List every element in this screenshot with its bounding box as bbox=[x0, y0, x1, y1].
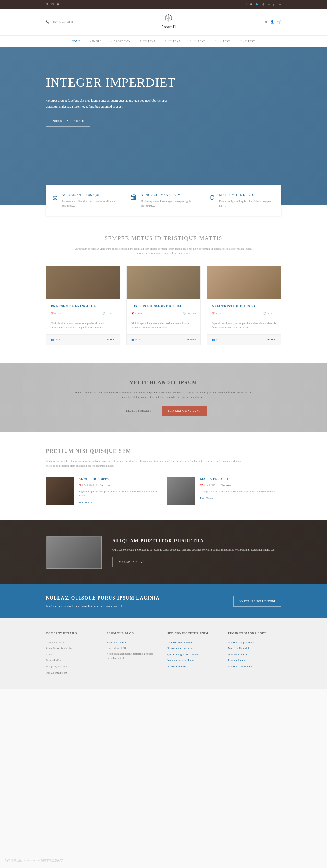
footer-blog-post-title[interactable]: Maecenas pretium bbox=[107, 640, 160, 645]
intro-text: Praesent non bibendum dui vitae lacus el… bbox=[62, 199, 118, 208]
user-icon[interactable]: 👤 bbox=[270, 20, 274, 25]
logo-icon bbox=[165, 14, 173, 22]
footer-link[interactable]: Praesent iaculis bbox=[228, 658, 281, 663]
dribbble-icon[interactable]: ◍ bbox=[262, 2, 265, 7]
card: NAM TRISTIQUE JUSTO📅 10/05/45🕐 13 - 15:0… bbox=[207, 266, 281, 345]
read-more-link[interactable]: Read More » bbox=[200, 497, 213, 500]
footer-address-line: Town bbox=[46, 652, 99, 657]
card-time: 🕐 08 - 10:00 bbox=[102, 312, 115, 315]
blog-comments-link[interactable]: 💬 Comments bbox=[218, 484, 231, 487]
linkedin-icon[interactable]: in bbox=[268, 2, 270, 7]
dark-cta-image bbox=[46, 536, 102, 569]
blog-section: PRETIUM NISI QUISQUE SEM Luctus aliquam … bbox=[0, 432, 327, 520]
footer-link[interactable]: Vivamus condimentum bbox=[228, 664, 281, 669]
card-date: 📅 08/05/45 bbox=[131, 312, 143, 315]
logo-text: DreamIT bbox=[160, 23, 177, 31]
cta-title: VELIT BLANDIT IPSUM bbox=[46, 378, 281, 386]
nav-item[interactable]: LINK TEXT bbox=[185, 36, 210, 47]
header: 📞 +00 (123) 456 7890 DreamIT ➲ 👤 🛒 bbox=[0, 9, 327, 36]
card-title[interactable]: PRAESENT A FRINGILLA bbox=[51, 304, 115, 309]
card-text: Morbi faucibus metus maecenas imperdiet … bbox=[51, 321, 115, 330]
card-more-link[interactable]: 👁 More bbox=[107, 338, 115, 342]
footer-col-2: FROM THE BLOG Maecenas pretium Friday, 6… bbox=[107, 631, 160, 676]
card-more-link[interactable]: 👁 More bbox=[187, 338, 196, 342]
intro-text: Ultrices quam ut lorem eget consequat li… bbox=[141, 199, 196, 208]
card: LECTUS EUISMOD DICTUM📅 08/05/45🕐 10 - 11… bbox=[126, 266, 201, 345]
card-image[interactable] bbox=[46, 266, 120, 299]
cart-icon[interactable]: 🛒 bbox=[277, 20, 281, 25]
footer-link[interactable]: Maecenas eu massa bbox=[228, 652, 281, 657]
card-title[interactable]: LECTUS EUISMOD DICTUM bbox=[131, 304, 196, 309]
nav-item[interactable]: LINK TEXT bbox=[235, 36, 260, 47]
footer-link[interactable]: Morbi facilisis dui bbox=[228, 646, 281, 651]
footer-col3-title: SED CONSECTETUR ENIM bbox=[167, 631, 220, 636]
blog-post-title[interactable]: ARCU SED PORTA bbox=[79, 477, 160, 482]
card-more-link[interactable]: 👁 More bbox=[267, 338, 276, 342]
mail-icon[interactable]: ✉ bbox=[51, 2, 54, 7]
hero-button[interactable]: PURUS CONSECTETUR bbox=[46, 116, 90, 127]
footer-blog-text: Vestibulumaccumsan egestasnisl ac porta … bbox=[107, 652, 160, 660]
intro-boxes: ⚖ACCUMSAN RISUS QUISPraesent non bibendu… bbox=[41, 185, 286, 216]
nav-item[interactable]: LINK TEXT bbox=[160, 36, 185, 47]
logo[interactable]: DreamIT bbox=[160, 14, 177, 31]
dark-cta-title: ALIQUAM PORTTITOR PHARETRA bbox=[112, 537, 275, 545]
footer-link[interactable]: Vivamus semper lorem bbox=[228, 640, 281, 645]
dark-cta: ALIQUAM PORTTITOR PHARETRA Odio sed cons… bbox=[0, 520, 327, 584]
blog-text: Tristique eros sed vestibulum nullam ero… bbox=[200, 490, 278, 494]
pinterest-icon[interactable]: ◉ bbox=[250, 2, 252, 7]
blog-image[interactable] bbox=[167, 477, 196, 505]
blog-image[interactable] bbox=[46, 477, 74, 505]
blog-post-title[interactable]: MASSA EFFICITUR bbox=[200, 477, 278, 482]
footer-link[interactable]: Lobortis id est integer bbox=[167, 640, 220, 645]
globe-icon[interactable]: ◉ bbox=[57, 2, 59, 7]
footer-address-line: info@domain.com bbox=[46, 671, 99, 675]
footer-address-line: Company Name bbox=[46, 640, 99, 645]
intro-title[interactable]: NUNC ACCUMSAN ENIM bbox=[141, 193, 196, 197]
intro-box: 🏛NUNC ACCUMSAN ENIMUltrices quam ut lore… bbox=[124, 185, 203, 216]
skype-icon[interactable]: ⊜ bbox=[46, 2, 48, 7]
section1-sub: Vestibulum accumsan vitae nunc at sceler… bbox=[74, 247, 253, 255]
footer-blog-date: Friday, 6th April 2045 bbox=[107, 646, 160, 650]
footer-address-line: +00 (123) 456 7890 bbox=[46, 664, 99, 669]
nav-item[interactable]: LINK TEXT bbox=[135, 36, 160, 47]
footer-address-line: Postcode/Zip bbox=[46, 658, 99, 663]
blog-comments-link[interactable]: 💬 Comments bbox=[96, 484, 110, 487]
gavel-icon: ⚖ bbox=[52, 193, 58, 208]
login-icon[interactable]: ➲ bbox=[265, 20, 267, 25]
blue-button[interactable]: MAECENAS SOLLICITUDI bbox=[234, 596, 281, 607]
blog-title: PRETIUM NISI QUISQUE SEM bbox=[46, 447, 281, 455]
card-title[interactable]: NAM TRISTIQUE JUSTO bbox=[212, 304, 276, 309]
nav-item[interactable]: LINK TEXT bbox=[210, 36, 235, 47]
cta-button-1[interactable]: LECTUS SODALES bbox=[120, 406, 158, 416]
footer-col2-title: FROM THE BLOG bbox=[107, 631, 160, 636]
card-image[interactable] bbox=[207, 266, 281, 299]
nav-item[interactable]: + PAGES bbox=[85, 36, 106, 47]
read-more-link[interactable]: Read More » bbox=[79, 501, 92, 504]
twitter-icon[interactable]: 🐦 bbox=[256, 2, 259, 7]
card-time: 🕐 13 - 15:00 bbox=[263, 312, 276, 315]
nav-item[interactable]: HOME bbox=[67, 36, 85, 47]
footer-col-3: SED CONSECTETUR ENIM Lobortis id est int… bbox=[167, 631, 220, 676]
dark-cta-button[interactable]: ACCUMSAN AC VEL bbox=[112, 557, 152, 567]
cta-button-2[interactable]: FRINGILLA TINCIDUNT bbox=[162, 406, 207, 416]
footer-link[interactable]: Praesent molestie bbox=[167, 664, 220, 669]
blog-sub: Luctus aliquam odio et aliquam purus ut … bbox=[46, 459, 250, 468]
footer-col1-title: COMPANY DETAILS bbox=[46, 631, 99, 636]
intro-text: Fusce suscipit velit quis mi ultricies a… bbox=[219, 199, 275, 208]
footer-link[interactable]: Quis elit augue nec congue bbox=[167, 652, 220, 657]
card-image[interactable] bbox=[127, 266, 200, 299]
topbar: ⊜ ✉ ◉ f ◉ 🐦 ◍ in g+ ⋏ bbox=[0, 0, 327, 9]
nav-item[interactable]: + DROPDOWN bbox=[106, 36, 135, 47]
google-plus-icon[interactable]: g+ bbox=[273, 2, 276, 7]
footer-link[interactable]: Praesent eget purus ut bbox=[167, 646, 220, 651]
intro-title[interactable]: ACCUMSAN RISUS QUIS bbox=[62, 193, 118, 197]
footer-link[interactable]: Nunc varius erat dictum bbox=[167, 658, 220, 663]
facebook-icon[interactable]: f bbox=[246, 2, 247, 7]
blog-post: ARCU SED PORTA📅 6 April 2045💬 CommentsSa… bbox=[46, 477, 160, 505]
cta-text: Feugiat mi nunc ac lorem nullam accumsan… bbox=[74, 390, 253, 399]
intro-title[interactable]: METUS VITAE LUCTUS bbox=[219, 193, 275, 197]
dark-cta-text: Odio sed consequat pellentesque at ipsum… bbox=[112, 548, 275, 552]
topbar-left-icons: ⊜ ✉ ◉ bbox=[46, 2, 59, 7]
rss-icon[interactable]: ⋏ bbox=[279, 2, 281, 7]
topbar-right-icons: f ◉ 🐦 ◍ in g+ ⋏ bbox=[246, 2, 281, 7]
